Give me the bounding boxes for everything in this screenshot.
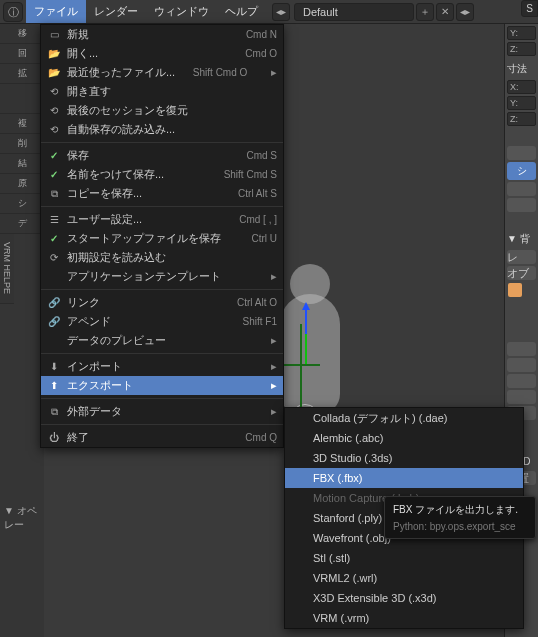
export-vrm[interactable]: VRM (.vrm) — [285, 608, 523, 628]
check-icon: ✓ — [47, 168, 61, 182]
separator — [41, 424, 283, 425]
scene-field[interactable]: S — [521, 0, 538, 17]
menu-save[interactable]: ✓ 保存 Cmd S — [41, 146, 283, 165]
menu-save-as[interactable]: ✓ 名前をつけて保存... Shift Cmd S — [41, 165, 283, 184]
dim-x-field[interactable]: X: — [507, 80, 536, 94]
back-layout-icon[interactable]: ◂▸ — [272, 3, 290, 21]
panel-row[interactable] — [507, 390, 536, 404]
toolshelf-tab-vrm[interactable]: VRM HELPE — [0, 234, 14, 304]
menu-save-copy[interactable]: ⧉ コピーを保存... Ctrl Alt S — [41, 184, 283, 203]
dim-z-field[interactable]: Z: — [507, 112, 536, 126]
menu-open[interactable]: 📂 開く... Cmd O — [41, 44, 283, 63]
shortcut-label: Shift Cmd O — [193, 67, 247, 78]
toolshelf-tab[interactable]: 結 — [0, 154, 44, 174]
menu-open-recent[interactable]: 📂 最近使ったファイル... Shift Cmd O ▸ — [41, 63, 283, 82]
menu-load-factory[interactable]: ⟳ 初期設定を読み込む — [41, 248, 283, 267]
dim-y-field[interactable]: Y: — [507, 96, 536, 110]
shortcut-label: Ctrl U — [251, 233, 277, 244]
toolshelf-tab[interactable]: デ — [0, 214, 44, 234]
submenu-caret-icon: ▸ — [271, 379, 277, 392]
shortcut-label: Shift F1 — [243, 316, 277, 327]
screen-layout-field[interactable]: Default — [294, 3, 414, 21]
toolshelf-tab[interactable]: 複 — [0, 114, 44, 134]
menu-window[interactable]: ウィンドウ — [146, 0, 217, 23]
menu-file[interactable]: ファイル — [26, 0, 86, 23]
operator-panel-label[interactable]: ▼ オペレー — [4, 504, 44, 532]
toolshelf-tab[interactable]: シ — [0, 194, 44, 214]
menu-link[interactable]: 🔗 リンク Ctrl Alt O — [41, 293, 283, 312]
menu-revert[interactable]: ⟲ 開き直す — [41, 82, 283, 101]
transform-y-field[interactable]: Y: — [507, 26, 536, 40]
toolshelf-tab[interactable]: 原 — [0, 174, 44, 194]
menu-app-template[interactable]: アプリケーションテンプレート ▸ — [41, 267, 283, 286]
template-icon — [47, 270, 61, 284]
shortcut-label: Cmd S — [246, 150, 277, 161]
remove-layout-icon[interactable]: ✕ — [436, 3, 454, 21]
append-icon: 🔗 — [47, 315, 61, 329]
shape-button[interactable]: シ — [507, 162, 536, 180]
toolshelf-tab[interactable]: 移 — [0, 24, 44, 44]
export-x3d[interactable]: X3D Extensible 3D (.x3d) — [285, 588, 523, 608]
manipulator-y-axis[interactable] — [305, 334, 307, 364]
menu-recover-last[interactable]: ⟲ 最後のセッションを復元 — [41, 101, 283, 120]
menu-label: 最近使ったファイル... — [67, 65, 175, 80]
separator — [41, 353, 283, 354]
menu-label: 終了 — [67, 430, 89, 445]
menu-label: リンク — [67, 295, 100, 310]
quit-icon: ⏻ — [47, 431, 61, 445]
menu-user-prefs[interactable]: ☰ ユーザー設定... Cmd [ , ] — [41, 210, 283, 229]
transform-z-field[interactable]: Z: — [507, 42, 536, 56]
panel-row[interactable] — [507, 374, 536, 388]
link-icon: 🔗 — [47, 296, 61, 310]
panel-row[interactable] — [507, 358, 536, 372]
export-alembic[interactable]: Alembic (.abc) — [285, 428, 523, 448]
menu-label: 新規 — [67, 27, 89, 42]
panel-toggle[interactable] — [507, 146, 536, 160]
panel-row[interactable] — [507, 198, 536, 212]
menu-quit[interactable]: ⏻ 終了 Cmd Q — [41, 428, 283, 447]
prefs-icon: ☰ — [47, 213, 61, 227]
menu-export[interactable]: ⬆ エクスポート ▸ — [41, 376, 283, 395]
menu-new[interactable]: ▭ 新規 Cmd N — [41, 25, 283, 44]
menu-render[interactable]: レンダー — [86, 0, 146, 23]
factory-icon: ⟳ — [47, 251, 61, 265]
toolshelf-tab[interactable]: 拡 — [0, 64, 44, 84]
panel-row[interactable] — [507, 342, 536, 356]
menu-label: 自動保存の読み込み... — [67, 122, 175, 137]
menu-append[interactable]: 🔗 アペンド Shift F1 — [41, 312, 283, 331]
shortcut-label: Cmd N — [246, 29, 277, 40]
background-header[interactable]: ▼ 背 — [505, 228, 538, 248]
export-3dstudio[interactable]: 3D Studio (.3ds) — [285, 448, 523, 468]
file-menu-dropdown: ▭ 新規 Cmd N 📂 開く... Cmd O 📂 最近使ったファイル... … — [40, 24, 284, 448]
menu-data-preview[interactable]: データのプレビュー ▸ — [41, 331, 283, 350]
submenu-caret-icon: ▸ — [271, 66, 277, 79]
menu-import[interactable]: ⬇ インポート ▸ — [41, 357, 283, 376]
panel-row[interactable] — [507, 182, 536, 196]
menu-save-startup[interactable]: ✓ スタートアップファイルを保存 Ctrl U — [41, 229, 283, 248]
panel-row[interactable]: レ — [507, 250, 536, 264]
object-cube-icon — [508, 283, 522, 297]
import-icon: ⬇ — [47, 360, 61, 374]
document-icon: ▭ — [47, 28, 61, 42]
menu-label: エクスポート — [67, 378, 133, 393]
info-editor-icon[interactable]: ⓘ — [3, 2, 23, 22]
scene-browse-icon[interactable]: ◂▸ — [456, 3, 474, 21]
export-collada[interactable]: Collada (デフォルト) (.dae) — [285, 408, 523, 428]
toolshelf-tab[interactable]: 削 — [0, 134, 44, 154]
toolshelf-tab[interactable] — [0, 84, 44, 114]
panel-row[interactable]: オブ — [507, 266, 536, 280]
export-stl[interactable]: Stl (.stl) — [285, 548, 523, 568]
toolshelf-tab[interactable]: 回 — [0, 44, 44, 64]
separator — [41, 206, 283, 207]
menu-label: 外部データ — [67, 404, 122, 419]
menu-recover-auto[interactable]: ⟲ 自動保存の読み込み... — [41, 120, 283, 139]
menu-external-data[interactable]: ⧉ 外部データ ▸ — [41, 402, 283, 421]
folder-icon: 📂 — [47, 66, 61, 80]
export-vrml2[interactable]: VRML2 (.wrl) — [285, 568, 523, 588]
export-fbx[interactable]: FBX (.fbx) — [285, 468, 523, 488]
recover-icon: ⟲ — [47, 104, 61, 118]
shortcut-label: Cmd O — [245, 48, 277, 59]
manipulator-z-axis[interactable] — [305, 304, 307, 334]
add-layout-icon[interactable]: ＋ — [416, 3, 434, 21]
menu-help[interactable]: ヘルプ — [217, 0, 266, 23]
